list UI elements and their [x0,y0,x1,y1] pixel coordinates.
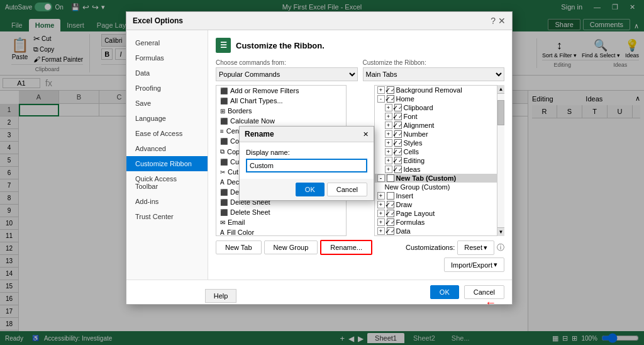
sidebar-trust-center[interactable]: Trust Center [126,209,208,224]
checkbox-number[interactable]: ✓ [394,130,402,138]
sidebar-language[interactable]: Language [126,111,208,126]
checkbox-data[interactable]: ✓ [387,227,394,235]
checkbox-draw[interactable]: ✓ [387,201,394,208]
expand-icon[interactable]: + [377,86,385,94]
customize-ribbon-icon: ☰ [216,38,231,53]
arrow-indicator: ← [485,297,496,310]
checkbox-cells[interactable]: ✓ [394,148,402,156]
rename-dialog-title-bar: Rename ✕ [240,127,374,142]
expand-styles-icon[interactable]: + [385,139,392,147]
checkbox-new-tab[interactable] [387,174,394,182]
tree-ideas[interactable]: + ✓ Ideas [375,165,504,174]
tree-data[interactable]: + ✓ Data [375,227,504,235]
rename-ok-button[interactable]: OK [296,183,325,196]
cmd-email[interactable]: ✉ Email [216,217,346,227]
rename-display-name-input[interactable] [246,159,367,172]
checkbox-ideas[interactable]: ✓ [394,166,402,173]
rename-help-button[interactable]: Help [205,289,236,303]
expand-page-layout-icon[interactable]: + [377,210,385,217]
sidebar-formulas[interactable]: Formulas [126,50,208,65]
checkbox-alignment[interactable]: ✓ [394,122,402,129]
cmd-borders[interactable]: ⊞ Borders [216,106,346,116]
rename-cancel-button[interactable]: Cancel [327,183,367,196]
rename-close-button[interactable]: ✕ [363,130,369,139]
tree-new-tab[interactable]: - New Tab (Custom) [375,174,504,183]
dialog-cancel-button[interactable]: Cancel [464,285,504,299]
rename-dialog-footer: Help OK Cancel [240,179,374,200]
expand-data-icon[interactable]: + [377,227,385,235]
checkbox-home[interactable]: ✓ [387,95,394,103]
checkbox-editing[interactable]: ✓ [394,157,402,164]
commands-selects-row: Choose commands from: Popular Commands C… [216,59,504,81]
sidebar-proofing[interactable]: Proofing [126,81,208,96]
choose-commands-select[interactable]: Popular Commands [216,67,358,81]
tree-font[interactable]: + ✓ Font [375,112,504,121]
expand-editing-icon[interactable]: + [385,157,392,164]
sidebar-advanced[interactable]: Advanced [126,141,208,156]
reset-button[interactable]: Reset ▾ [457,240,494,255]
cmd-fill-color[interactable]: A Fill Color [216,227,346,236]
scroll-thumb[interactable] [497,100,504,125]
expand-draw-icon[interactable]: + [377,201,385,208]
cmd-add-remove-filters[interactable]: ⬛ Add or Remove Filters [216,86,346,96]
tree-background-removal[interactable]: + ✓ Background Removal [375,86,504,94]
sidebar-ease-of-access[interactable]: Ease of Access [126,126,208,141]
checkbox-insert[interactable] [387,192,394,200]
import-export-button[interactable]: Import/Export ▾ [444,257,504,272]
tree-review[interactable]: + ✓ Review [375,235,504,236]
dialog-close-button[interactable]: ✕ [498,16,506,26]
tree-styles[interactable]: + ✓ Styles [375,139,504,147]
tree-home[interactable]: - ✓ Home [375,94,504,103]
tree-insert[interactable]: + Insert [375,191,504,200]
tree-alignment[interactable]: + ✓ Alignment [375,121,504,130]
sidebar-general[interactable]: General [126,35,208,50]
expand-new-tab-icon[interactable]: - [377,174,385,182]
checkbox-clipboard[interactable]: ✓ [394,104,402,111]
cmd-calculate-now[interactable]: ⬛ Calculate Now [216,116,346,126]
sidebar-add-ins[interactable]: Add-ins [126,194,208,209]
dialog-help-icon[interactable]: ? [491,16,496,26]
tree-formulas[interactable]: + ✓ Formulas [375,218,504,227]
sidebar-customize-ribbon[interactable]: Customize Ribbon [126,156,208,171]
info-icon[interactable]: ⓘ [497,242,504,253]
dialog-sidebar: General Formulas Data Proofing Save Lang… [126,30,208,280]
sidebar-quick-access[interactable]: Quick Access Toolbar [126,171,208,194]
checkbox-styles[interactable]: ✓ [394,139,402,147]
checkbox-background-removal[interactable]: ✓ [387,86,394,94]
new-tab-button[interactable]: New Tab [216,240,262,254]
tree-clipboard[interactable]: + ✓ Clipboard [375,103,504,112]
tree-cells[interactable]: + ✓ Cells [375,147,504,156]
expand-cells-icon[interactable]: + [385,148,392,156]
dialog-ok-button[interactable]: OK [430,285,459,299]
checkbox-formulas[interactable]: ✓ [387,218,394,226]
checkbox-page-layout[interactable]: ✓ [387,210,394,217]
checkbox-font[interactable]: ✓ [394,113,402,120]
customize-ribbon-select[interactable]: Main Tabs [363,67,505,81]
tree-page-layout[interactable]: + ✓ Page Layout [375,209,504,218]
expand-alignment-icon[interactable]: + [385,122,392,129]
tree-draw[interactable]: + ✓ Draw [375,200,504,209]
tree-scrollbar[interactable]: ▲ ▼ [497,85,504,236]
ribbon-tree-list[interactable]: + ✓ Background Removal - ✓ Home + [374,85,505,236]
sidebar-data[interactable]: Data [126,65,208,81]
expand-number-icon[interactable]: + [385,130,392,138]
tree-data-label: Data [396,227,411,235]
tree-number[interactable]: + ✓ Number [375,130,504,139]
tree-editing[interactable]: + ✓ Editing [375,156,504,165]
cmd-all-chart-types[interactable]: ⬛ All Chart Types... [216,96,346,106]
scroll-down-btn[interactable]: ▼ [497,227,504,236]
expand-formulas-icon[interactable]: + [377,218,385,226]
cmd-delete-sheet-2[interactable]: ⬛ Delete Sheet [216,207,346,217]
tree-new-group[interactable]: New Group (Custom) [375,183,504,191]
expand-clipboard-icon[interactable]: + [385,104,392,111]
sidebar-save[interactable]: Save [126,96,208,111]
new-group-button[interactable]: New Group [264,240,318,254]
expand-home-icon[interactable]: - [377,95,385,103]
rename-button[interactable]: Rename... [320,240,372,255]
scroll-up-btn[interactable]: ▲ [497,85,504,94]
expand-font-icon[interactable]: + [385,113,392,120]
tree-clipboard-label: Clipboard [404,104,433,111]
expand-ideas-icon[interactable]: + [385,166,392,173]
dialog-main-title: Customize the Ribbon. [236,41,325,50]
expand-insert-icon[interactable]: + [377,192,385,200]
